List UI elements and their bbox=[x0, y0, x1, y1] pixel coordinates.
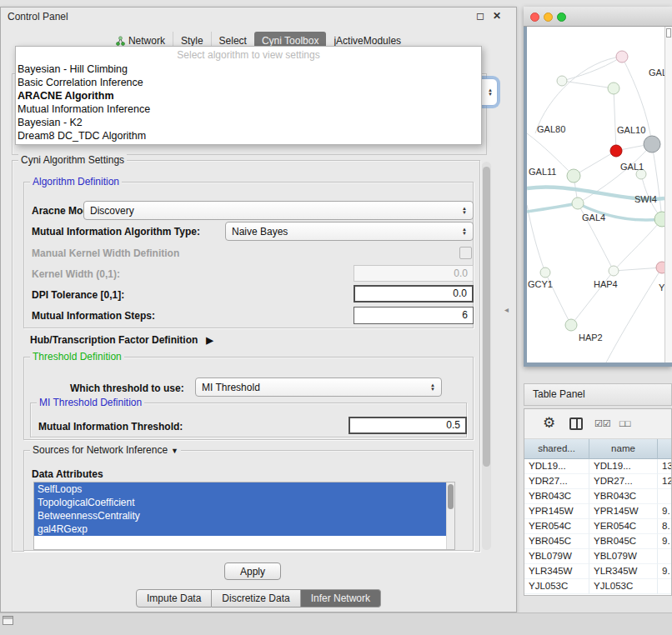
mi-type-select[interactable]: Naive Bayes ▲▼ bbox=[225, 222, 474, 241]
table-cell[interactable] bbox=[658, 549, 672, 564]
mi-threshold-input[interactable]: 0.5 bbox=[349, 417, 467, 434]
gear-icon[interactable]: ⚙ bbox=[543, 414, 555, 432]
bottom-tab-impute-data[interactable]: Impute Data bbox=[136, 589, 212, 608]
table-cell[interactable]: YER054C bbox=[589, 519, 658, 534]
bottom-tab-bar: Impute DataDiscretize DataInfer Network bbox=[1, 589, 516, 608]
column-header-col2[interactable] bbox=[658, 439, 672, 459]
minimize-traffic-light-icon[interactable] bbox=[544, 12, 553, 22]
table-row[interactable]: YBL079WYBL079W bbox=[524, 549, 672, 564]
table-cell[interactable] bbox=[658, 489, 672, 504]
table-cell[interactable] bbox=[658, 579, 672, 594]
network-window-titlebar[interactable] bbox=[524, 7, 672, 27]
table-row[interactable]: YJL053CYJL053C bbox=[524, 579, 672, 594]
table-cell[interactable]: YDR27... bbox=[589, 474, 658, 489]
table-row[interactable]: YER054CYER054C8. bbox=[524, 519, 672, 534]
table-cell[interactable]: YLR345W bbox=[524, 564, 589, 579]
table-cell[interactable]: YBL079W bbox=[524, 549, 589, 564]
combo-arrows-icon: ▲▼ bbox=[462, 207, 467, 215]
table-row[interactable]: YDR27...YDR27...12 bbox=[524, 474, 672, 489]
table-cell[interactable]: YLR345W bbox=[589, 564, 658, 579]
table-cell[interactable]: YJL053C bbox=[589, 579, 658, 594]
column-header-shared[interactable]: shared... bbox=[524, 439, 589, 459]
table-body: YDL19...YDL19...13YDR27...YDR27...12YBR0… bbox=[524, 459, 672, 594]
table-row[interactable]: YDL19...YDL19...13 bbox=[524, 459, 672, 474]
checked-boxes-icon[interactable]: ☑☑ bbox=[594, 418, 611, 429]
taskbar bbox=[0, 612, 672, 635]
restore-icon[interactable]: ◻ bbox=[476, 10, 484, 22]
algorithm-option-aracne-algorithm[interactable]: ARACNE Algorithm bbox=[16, 89, 481, 102]
attribute-topologicalcoefficient[interactable]: TopologicalCoefficient bbox=[34, 496, 454, 509]
table-cell[interactable]: YJL053C bbox=[524, 579, 589, 594]
column-header-name[interactable]: name bbox=[589, 439, 658, 459]
which-threshold-value: MI Threshold bbox=[202, 382, 260, 393]
mi-threshold-group-title: MI Threshold Definition bbox=[37, 397, 144, 408]
algorithm-option-basic-correlation-inference[interactable]: Basic Correlation Inference bbox=[16, 76, 481, 89]
scrollbar-thumb[interactable] bbox=[483, 167, 490, 467]
scrollbar-button[interactable] bbox=[666, 28, 671, 38]
which-threshold-label: Which threshold to use: bbox=[70, 382, 184, 394]
aracne-mode-select[interactable]: Discovery ▲▼ bbox=[83, 201, 474, 220]
algorithm-dropdown-popup: Select algorithm to view settings Bayesi… bbox=[15, 46, 482, 145]
table-cell[interactable]: 9. bbox=[658, 564, 672, 579]
table-cell[interactable]: YER054C bbox=[524, 519, 589, 534]
table-cell[interactable]: YPR145W bbox=[589, 504, 658, 519]
kernel-width-input[interactable]: 0.0 bbox=[354, 265, 474, 282]
table-cell[interactable]: YDR27... bbox=[524, 474, 589, 489]
node-label-gal11: GAL11 bbox=[529, 167, 556, 177]
table-cell[interactable]: YDL19... bbox=[589, 459, 658, 474]
mi-threshold-label: Mutual Information Threshold: bbox=[38, 421, 183, 432]
expanded-arrow-icon: ▼ bbox=[171, 447, 178, 455]
table-cell[interactable]: 9. bbox=[658, 504, 672, 519]
scrollbar-thumb[interactable] bbox=[448, 484, 454, 509]
table-cell[interactable]: YBR043C bbox=[524, 489, 589, 504]
algorithm-option-bayesian-hill-climbing[interactable]: Bayesian - Hill Climbing bbox=[16, 62, 481, 76]
data-attributes-list[interactable]: SelfLoopsTopologicalCoefficientBetweenne… bbox=[33, 482, 455, 550]
attribute-betweennesscentrality[interactable]: BetweennessCentrality bbox=[34, 509, 454, 522]
control-panel-window: Control Panel ◻ ✕ NetworkStyleSelectCyni… bbox=[0, 7, 517, 612]
table-cell[interactable]: YBL079W bbox=[589, 549, 658, 564]
node-label-hap2: HAP2 bbox=[579, 332, 603, 342]
close-traffic-light-icon[interactable] bbox=[530, 12, 539, 22]
attributes-scrollbar[interactable] bbox=[446, 482, 454, 549]
table-cell[interactable]: YPR145W bbox=[524, 504, 589, 519]
algorithm-option-dream8-dc-tdc-algorithm[interactable]: Dream8 DC_TDC Algorithm bbox=[16, 129, 481, 142]
table-row[interactable]: YLR345WYLR345W9. bbox=[524, 564, 672, 579]
table-row[interactable]: YPR145WYPR145W9. bbox=[524, 504, 672, 519]
unchecked-boxes-icon[interactable]: □□ bbox=[619, 418, 630, 428]
table-cell[interactable]: YBR045C bbox=[589, 534, 658, 549]
attribute-gal4rgexp[interactable]: gal4RGexp bbox=[34, 522, 454, 536]
bottom-tab-discretize-data[interactable]: Discretize Data bbox=[212, 589, 300, 608]
apply-button[interactable]: Apply bbox=[224, 562, 281, 580]
settings-scrollbar[interactable] bbox=[482, 162, 491, 550]
close-icon[interactable]: ✕ bbox=[493, 10, 501, 22]
table-cell[interactable]: 12 bbox=[658, 474, 672, 489]
table-cell[interactable]: YBR043C bbox=[589, 489, 658, 504]
manual-kernel-checkbox[interactable] bbox=[459, 247, 472, 259]
hub-section-toggle[interactable]: Hub/Transcription Factor Definition▶ bbox=[30, 334, 213, 346]
network-canvas[interactable]: GAL8GAL80GAL10GAL11GAL1SWI4GAL4GCY1HAP4Y… bbox=[527, 27, 672, 362]
table-panel-header: Table Panel bbox=[524, 383, 672, 406]
algorithm-option-bayesian-k2[interactable]: Bayesian - K2 bbox=[16, 116, 481, 129]
table-cell[interactable]: 13 bbox=[658, 459, 672, 474]
network-view-window: GAL8GAL80GAL10GAL11GAL1SWI4GAL4GCY1HAP4Y… bbox=[524, 7, 672, 367]
attribute-selfloops[interactable]: SelfLoops bbox=[34, 482, 454, 496]
panel-splitter-arrow[interactable]: ◂ bbox=[504, 305, 509, 314]
mi-type-value: Naive Bayes bbox=[232, 226, 288, 238]
table-cell[interactable]: YDL19... bbox=[524, 459, 589, 474]
mi-steps-input[interactable]: 6 bbox=[354, 307, 474, 324]
dpi-tolerance-input[interactable]: 0.0 bbox=[354, 285, 474, 302]
table-cell[interactable]: YBR045C bbox=[524, 534, 589, 549]
network-scrollbar[interactable] bbox=[664, 27, 672, 362]
which-threshold-select[interactable]: MI Threshold ▲▼ bbox=[195, 378, 442, 397]
table-cell[interactable]: 9. bbox=[658, 534, 672, 549]
table-cell[interactable]: 8. bbox=[658, 519, 672, 534]
table-row[interactable]: YBR045CYBR045C9. bbox=[524, 534, 672, 549]
zoom-traffic-light-icon[interactable] bbox=[557, 12, 566, 22]
table-row[interactable]: YBR043CYBR043C bbox=[524, 489, 672, 504]
bottom-tab-infer-network[interactable]: Infer Network bbox=[301, 589, 381, 608]
kernel-width-label: Kernel Width (0,1): bbox=[32, 268, 120, 280]
sources-group-title[interactable]: Sources for Network Inference▼ bbox=[30, 444, 181, 456]
table-columns-icon[interactable] bbox=[569, 418, 583, 430]
minimized-window-icon[interactable] bbox=[3, 616, 13, 625]
algorithm-option-mutual-information-inference[interactable]: Mutual Information Inference bbox=[16, 102, 481, 116]
